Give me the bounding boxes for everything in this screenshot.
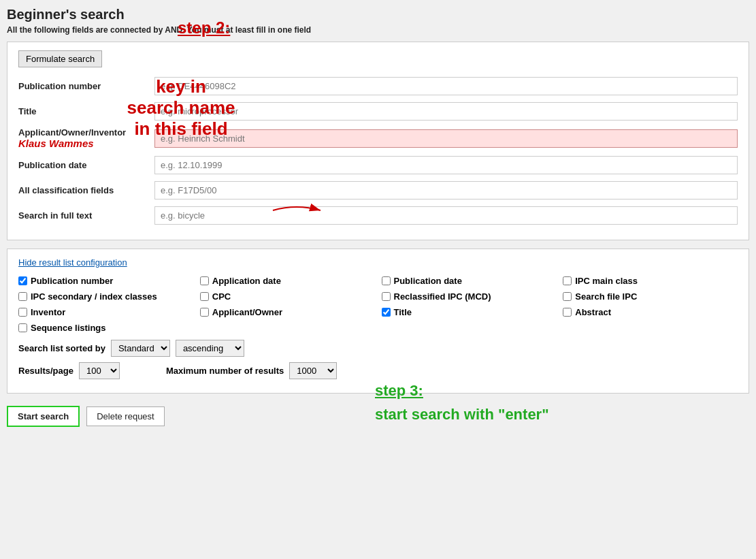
field-input-3[interactable] xyxy=(154,156,738,174)
checkbox-label: Applicant/Owner xyxy=(212,307,282,317)
field-row-5: Search in full text xyxy=(18,206,738,225)
sort-label: Search list sorted by xyxy=(18,343,105,353)
start-search-button[interactable]: Start search xyxy=(7,406,80,427)
checkbox-ipc-main-class[interactable] xyxy=(563,276,572,285)
checkbox-search-file-ipc[interactable] xyxy=(563,292,572,301)
checkboxes-grid: Publication numberApplication datePublic… xyxy=(18,276,738,333)
checkbox-label: Abstract xyxy=(575,307,611,317)
page-subtitle: All the following fields are connected b… xyxy=(7,25,749,35)
checkbox-inventor[interactable] xyxy=(18,308,27,317)
checkbox-empty xyxy=(200,323,375,333)
checkbox-label: Application date xyxy=(212,276,281,286)
field-label-4: All classification fields xyxy=(18,185,154,195)
hide-result-config-link[interactable]: Hide result list configuration xyxy=(18,257,127,268)
field-input-4[interactable] xyxy=(154,181,738,199)
checkbox-empty xyxy=(382,323,557,333)
checkbox-item-abstract: Abstract xyxy=(563,307,738,317)
checkbox-item-ipc-main-class: IPC main class xyxy=(563,276,738,286)
checkbox-item-publication-number: Publication number xyxy=(18,276,193,286)
sort-select[interactable]: Standard xyxy=(111,340,170,357)
field-input-5[interactable] xyxy=(154,206,738,225)
checkbox-title[interactable] xyxy=(382,308,391,317)
checkbox-item-ipc-secondary-/-index-classes: IPC secondary / index classes xyxy=(18,291,193,302)
step2-label: step 2: xyxy=(178,18,230,37)
checkbox-publication-number[interactable] xyxy=(18,276,27,285)
checkbox-empty xyxy=(563,323,738,333)
key-in-annotation: key insearch namein this field xyxy=(103,76,259,140)
checkbox-label: IPC secondary / index classes xyxy=(31,291,157,302)
checkbox-publication-date[interactable] xyxy=(382,276,391,285)
checkbox-label: Inventor xyxy=(31,307,65,317)
checkbox-reclassified-ipc-(mcd)[interactable] xyxy=(382,292,391,301)
checkbox-label: Reclassified IPC (MCD) xyxy=(394,291,491,302)
step3-label: step 3: xyxy=(375,382,423,400)
field-row-3: Publication date xyxy=(18,156,738,174)
checkbox-item-publication-date: Publication date xyxy=(382,276,557,286)
checkbox-label: IPC main class xyxy=(575,276,638,286)
checkbox-label: Publication date xyxy=(394,276,462,286)
formulate-search-button[interactable]: Formulate search xyxy=(18,50,102,67)
search-panel: step 2: key insearch namein this field F… xyxy=(7,42,749,240)
checkbox-item-cpc: CPC xyxy=(200,291,375,302)
checkbox-item-sequence-listings: Sequence listings xyxy=(18,323,193,333)
checkbox-cpc[interactable] xyxy=(200,292,209,301)
field-label-5: Search in full text xyxy=(18,210,154,221)
results-per-page-select[interactable]: 100 10 25 50 250 xyxy=(79,362,120,379)
checkbox-item-applicant/owner: Applicant/Owner xyxy=(200,307,375,317)
max-results-select[interactable]: 1000 100 250 500 2000 xyxy=(289,362,337,379)
checkbox-application-date[interactable] xyxy=(200,276,209,285)
max-results-label: Maximum number of results xyxy=(166,366,284,376)
results-row: Results/page 100 10 25 50 250 Maximum nu… xyxy=(18,362,738,379)
checkbox-item-search-file-ipc: Search file IPC xyxy=(563,291,738,302)
checkbox-label: Sequence listings xyxy=(31,323,106,333)
checkbox-applicant/owner[interactable] xyxy=(200,308,209,317)
checkbox-item-title: Title xyxy=(382,307,557,317)
results-per-page-label: Results/page xyxy=(18,366,73,376)
checkbox-sequence-listings[interactable] xyxy=(18,323,27,332)
checkbox-ipc-secondary-/-index-classes[interactable] xyxy=(18,292,27,301)
sort-row: Search list sorted by Standard ascending… xyxy=(18,340,738,357)
result-config-panel: Hide result list configuration Publicati… xyxy=(7,249,749,394)
checkbox-label: Search file IPC xyxy=(575,291,637,302)
checkbox-item-reclassified-ipc-(mcd): Reclassified IPC (MCD) xyxy=(382,291,557,302)
checkbox-abstract[interactable] xyxy=(563,308,572,317)
checkbox-label: Title xyxy=(394,307,412,317)
sort-order-select[interactable]: ascending descending xyxy=(176,340,244,357)
checkbox-label: CPC xyxy=(212,291,231,302)
field-row-4: All classification fields xyxy=(18,181,738,199)
delete-request-button[interactable]: Delete request xyxy=(86,406,165,426)
bottom-row: Start search Delete request xyxy=(7,402,749,431)
checkbox-label: Publication number xyxy=(31,276,113,286)
page-title: Beginner's search xyxy=(7,7,749,22)
checkbox-item-application-date: Application date xyxy=(200,276,375,286)
checkbox-item-inventor: Inventor xyxy=(18,307,193,317)
field-label-3: Publication date xyxy=(18,160,154,170)
